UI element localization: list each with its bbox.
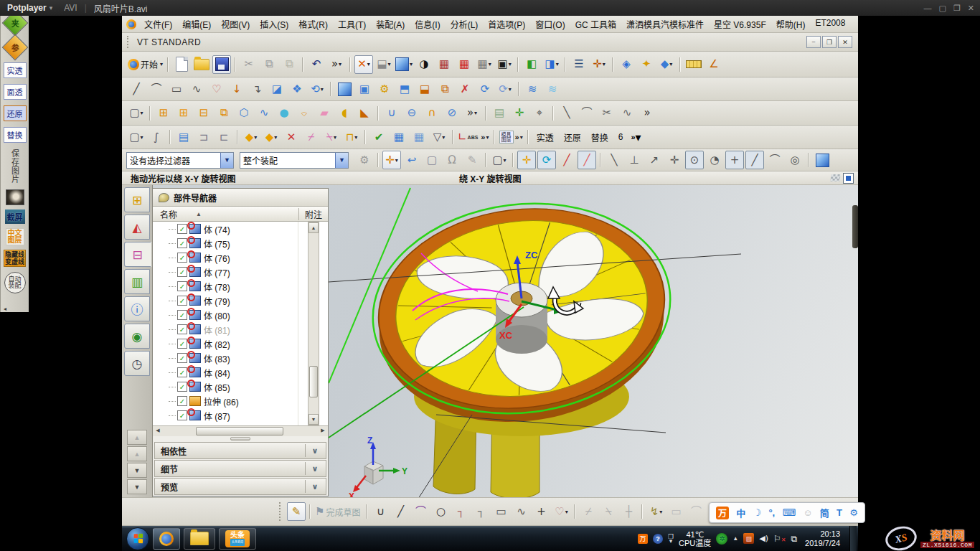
sogou-tray-icon[interactable]: 万 bbox=[638, 534, 648, 544]
lasso-icon[interactable]: ∫ bbox=[147, 128, 166, 146]
potplayer-menu-caret-icon[interactable]: ▾ bbox=[50, 4, 53, 11]
datum-plane-blue-icon[interactable]: ◨▾ bbox=[542, 55, 561, 74]
tree-item[interactable]: ✓体 (76) bbox=[153, 250, 328, 265]
macro-auto-assemble-button[interactable]: 自动装配 bbox=[4, 272, 26, 293]
navigator-panel-0[interactable]: 相依性∨ bbox=[154, 442, 326, 459]
tray-expand-icon[interactable]: ❐▾ bbox=[668, 534, 674, 543]
cut-icon[interactable]: ✂ bbox=[240, 55, 258, 74]
nx-close-icon[interactable]: ✕ bbox=[838, 36, 852, 48]
snap-line2-icon[interactable]: ╱ bbox=[578, 151, 596, 169]
sketch-rectangle-icon[interactable]: ▭ bbox=[491, 502, 510, 521]
split-curve-icon[interactable]: ✂ bbox=[598, 104, 616, 123]
arc2-icon[interactable]: ⌒ bbox=[578, 104, 596, 123]
scroll-up-icon[interactable]: ▲ bbox=[308, 222, 319, 233]
feature-tree[interactable]: ✓体 (74)✓体 (75)✓体 (76)✓体 (77)✓体 (78)✓体 (7… bbox=[153, 222, 328, 425]
scroll-right-icon[interactable]: ▶ bbox=[319, 427, 327, 434]
scroll-left-icon[interactable]: ◀ bbox=[154, 427, 162, 434]
undo-selection-icon[interactable]: ↩ bbox=[402, 151, 421, 169]
clip-section-icon[interactable]: ⊐ bbox=[194, 128, 213, 146]
finish-sketch-button[interactable]: ⚑完成草图 bbox=[314, 502, 362, 521]
menu-item-9[interactable]: 首选项(P) bbox=[483, 16, 530, 32]
navigator-column-header[interactable]: 名称 ▲ 附注 bbox=[153, 207, 328, 222]
potplayer-tab-avi[interactable]: AVI bbox=[64, 3, 77, 13]
select-crosshair-icon[interactable]: ✛▾ bbox=[382, 151, 401, 169]
copy-icon[interactable]: ⧉ bbox=[260, 55, 278, 74]
macro-screenshot-button[interactable]: 截屏 bbox=[5, 209, 25, 224]
chamfer-icon[interactable]: ◣ bbox=[355, 104, 374, 123]
macro-solid-transparent-side-button[interactable]: 实透 bbox=[4, 62, 27, 78]
menu-item-8[interactable]: 分析(L) bbox=[446, 16, 484, 32]
feature-group-icon[interactable]: ⟳▾ bbox=[496, 80, 514, 98]
close-window-icon[interactable]: ✕▾ bbox=[354, 55, 373, 74]
macro-reference-button[interactable]: 参 bbox=[1, 34, 28, 61]
sheet-tool-icon[interactable]: ▤ bbox=[490, 104, 509, 123]
tray-overflow-icon[interactable]: ▲ bbox=[732, 535, 738, 542]
shaded-cube-icon[interactable] bbox=[813, 151, 831, 169]
tree-item[interactable]: ✓体 (85) bbox=[153, 380, 328, 394]
nx-restore-icon[interactable]: ❐ bbox=[822, 36, 837, 48]
shaded-view-icon[interactable]: ▾ bbox=[395, 55, 413, 74]
add-component-icon[interactable]: ⊞ bbox=[154, 104, 173, 123]
bom-edit-icon[interactable]: ▦ bbox=[410, 128, 428, 146]
tree-checkbox[interactable]: ✓ bbox=[177, 324, 187, 334]
menu-item-13[interactable]: 星空 V6.935F bbox=[709, 16, 771, 32]
res-scroll-top-icon[interactable]: ▲ bbox=[127, 430, 147, 445]
swoosh-tool-icon[interactable]: ⌔ bbox=[295, 104, 314, 123]
point-tool-icon[interactable]: ✛ bbox=[510, 104, 529, 123]
taskbar-app-explorer[interactable] bbox=[184, 528, 215, 550]
sidebar-scroll-handle[interactable] bbox=[852, 205, 858, 248]
ime-skin-icon[interactable]: T bbox=[837, 507, 842, 518]
measure-angle-icon[interactable]: ∠ bbox=[705, 55, 723, 74]
tree-item[interactable]: ✓体 (82) bbox=[153, 336, 328, 351]
menu-item-14[interactable]: 帮助(H) bbox=[771, 16, 811, 32]
tree-horizontal-scrollbar[interactable]: ◀ ▶ bbox=[153, 425, 328, 436]
menu-item-11[interactable]: GC 工具箱 bbox=[570, 16, 621, 32]
block-icon[interactable]: ▣ bbox=[355, 80, 374, 98]
offset-curve-icon[interactable]: ♡ bbox=[207, 80, 226, 98]
menu-item-1[interactable]: 编辑(E) bbox=[177, 16, 216, 32]
sketch-polyline-icon[interactable]: ∿ bbox=[512, 502, 530, 521]
assembly-navigator-tab[interactable]: ⊞ bbox=[124, 187, 150, 212]
scroll-down-icon[interactable]: ▼ bbox=[308, 414, 319, 425]
paste-icon[interactable]: ⧉ bbox=[280, 55, 298, 74]
pp-fullscreen-icon[interactable]: ❐ bbox=[953, 4, 961, 13]
wcs-abs-icon[interactable]: ∟ABS»▾ bbox=[457, 128, 490, 146]
ime-account-icon[interactable]: ☺ bbox=[803, 507, 812, 518]
pattern-component-icon[interactable]: ⧉ bbox=[215, 104, 233, 123]
wireframe-red-icon[interactable]: ▦ bbox=[455, 55, 473, 74]
make-corner-icon[interactable]: ┼ bbox=[619, 502, 638, 521]
macro-restore-side-button[interactable]: 还原 bbox=[4, 105, 27, 121]
tree-item[interactable]: ✓体 (84) bbox=[153, 365, 328, 380]
tree-checkbox[interactable]: ✓ bbox=[177, 238, 187, 248]
trim-body-icon[interactable]: ⊘ bbox=[443, 104, 461, 123]
scrollbar-thumb[interactable] bbox=[309, 366, 318, 397]
res-scroll-up-icon[interactable]: ▲ bbox=[127, 446, 147, 461]
macro-text-button-1[interactable]: 还原 bbox=[564, 131, 581, 143]
potplayer-window-controls[interactable]: —▢❐✕ bbox=[924, 4, 975, 13]
menu-item-5[interactable]: 工具(T) bbox=[333, 16, 371, 32]
toolbar-grip[interactable] bbox=[127, 36, 131, 49]
res-scroll-down-icon[interactable]: ▼ bbox=[127, 463, 147, 478]
chevron-down-icon[interactable]: ∨ bbox=[305, 462, 324, 475]
information-tab[interactable]: ⓘ bbox=[124, 296, 150, 321]
menu-item-4[interactable]: 格式(R) bbox=[293, 16, 333, 32]
nx-minimize-icon[interactable]: ⎯ bbox=[806, 36, 821, 48]
show-desktop-button[interactable] bbox=[849, 526, 857, 551]
marquee-select-icon[interactable]: ▢▾ bbox=[490, 151, 509, 169]
snap-point-on-curve-icon[interactable]: ╱ bbox=[745, 151, 764, 169]
pattern-feature-icon[interactable]: ⧉ bbox=[435, 80, 454, 98]
column-note[interactable]: 附注 bbox=[298, 208, 328, 220]
macro-save-image-button[interactable]: 保存图片 bbox=[9, 149, 21, 184]
unite-icon[interactable]: ∪ bbox=[382, 104, 401, 123]
snap-line-icon[interactable]: ╱ bbox=[557, 151, 576, 169]
snap-gears-icon[interactable]: ⚙ bbox=[355, 151, 374, 169]
save-icon[interactable] bbox=[212, 55, 231, 74]
intersect-icon[interactable]: ∩ bbox=[423, 104, 441, 123]
constraint-navigator-tab[interactable]: ◭ bbox=[124, 215, 150, 240]
datum-curve-icon[interactable]: ❖ bbox=[288, 80, 306, 98]
navigator-panel-2[interactable]: 预览∨ bbox=[154, 478, 326, 495]
ime-keyboard-icon[interactable]: ⌨ bbox=[782, 507, 796, 518]
edge-blend-icon[interactable]: ◖ bbox=[335, 104, 354, 123]
fan-model-3d[interactable]: ZC XC Z Y X bbox=[329, 185, 858, 497]
taskbar-app-toutiao[interactable]: 头条头条新闻 bbox=[219, 528, 256, 550]
